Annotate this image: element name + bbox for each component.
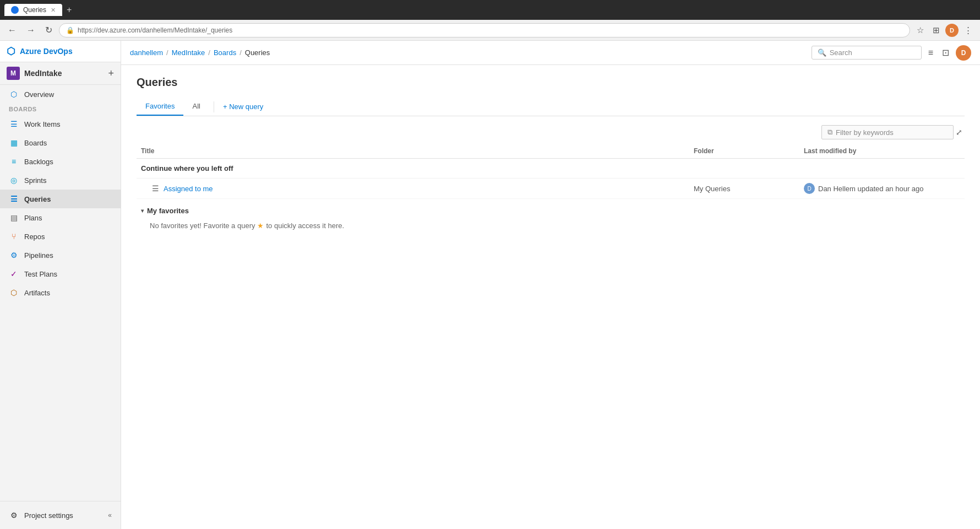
collapse-icon[interactable]: « [108, 511, 112, 519]
user-avatar[interactable]: D [956, 45, 971, 61]
breadcrumb-boards[interactable]: Boards [214, 48, 236, 57]
backlogs-icon: ≡ [9, 156, 19, 166]
sidebar-item-sprints[interactable]: ◎ Sprints [0, 171, 121, 190]
breadcrumb-danhellem[interactable]: danhellem [130, 48, 163, 57]
sidebar-item-overview[interactable]: ⬡ Overview [0, 85, 121, 104]
tab-close-btn[interactable]: ✕ [51, 7, 56, 14]
breadcrumb: danhellem / MedIntake / Boards / Queries [130, 48, 807, 57]
sidebar-label-plans: Plans [24, 214, 42, 222]
col-folder: Folder [689, 147, 799, 155]
query-name-assigned[interactable]: Assigned to me [164, 185, 213, 193]
modified-text: Dan Hellem updated an hour ago [818, 185, 924, 193]
pipelines-icon: ⚙ [9, 250, 19, 260]
query-list-icon: ☰ [152, 184, 159, 193]
topbar: danhellem / MedIntake / Boards / Queries… [121, 41, 980, 65]
search-placeholder: Search [830, 48, 852, 57]
search-box[interactable]: 🔍 Search [812, 46, 922, 60]
favorites-title: My favorites [147, 207, 189, 215]
sidebar: ⬡ Azure DevOps M MedIntake + ⬡ Overview … [0, 41, 121, 529]
continue-section-title: Continue where you left off [141, 164, 233, 172]
sidebar-item-work-items[interactable]: ☰ Work Items [0, 115, 121, 133]
address-bar[interactable]: 🔒 https://dev.azure.com/danhellem/MedInt… [59, 23, 910, 37]
sidebar-item-backlogs[interactable]: ≡ Backlogs [0, 152, 121, 171]
new-query-btn[interactable]: + New query [219, 100, 268, 113]
sidebar-item-repos[interactable]: ⑂ Repos [0, 227, 121, 246]
project-settings-item[interactable]: ⚙ Project settings « [0, 506, 121, 525]
overview-icon: ⬡ [9, 89, 19, 99]
sidebar-item-boards[interactable]: ▦ Boards [0, 133, 121, 152]
favorites-section: ▾ My favorites No favorites yet! Favorit… [137, 199, 965, 237]
sidebar-label-pipelines: Pipelines [24, 251, 53, 260]
modifier-avatar: D [804, 183, 815, 194]
expand-btn[interactable]: ⤢ [954, 125, 965, 139]
continue-section-header: Continue where you left off [137, 159, 965, 179]
sidebar-label-sprints: Sprints [24, 176, 46, 185]
forward-btn[interactable]: → [23, 23, 39, 37]
sidebar-item-queries[interactable]: ☰ Queries [0, 190, 121, 208]
topbar-actions: 🔍 Search ≡ ⊡ D [812, 45, 971, 61]
browser-user-avatar[interactable]: D [945, 24, 959, 37]
sidebar-label-backlogs: Backlogs [24, 158, 53, 166]
breadcrumb-sep-2: / [208, 48, 210, 57]
extensions-btn[interactable]: ⊞ [929, 23, 943, 37]
tab-separator [214, 101, 214, 112]
page-title: Queries [137, 76, 965, 89]
filter-input[interactable]: ⧉ Filter by keywords [821, 125, 954, 139]
sidebar-item-pipelines[interactable]: ⚙ Pipelines [0, 246, 121, 264]
query-modified-cell: D Dan Hellem updated an hour ago [799, 183, 965, 194]
favorites-toggle-icon[interactable]: ▾ [141, 208, 144, 214]
favorites-empty-text2: to quickly access it here. [266, 222, 344, 230]
breadcrumb-medintake[interactable]: MedIntake [172, 48, 205, 57]
tabs-row: Favorites All + New query [137, 98, 965, 116]
sidebar-item-test-plans[interactable]: ✓ Test Plans [0, 264, 121, 283]
table-row[interactable]: ☰ Assigned to me My Queries D Dan Hellem… [137, 179, 965, 199]
sidebar-item-artifacts[interactable]: ⬡ Artifacts [0, 283, 121, 302]
project-name: MedIntake [24, 69, 62, 78]
tab-all[interactable]: All [183, 98, 209, 116]
favorites-empty-text1: No favorites yet! Favorite a query [150, 222, 255, 230]
bookmark-btn[interactable]: ☆ [913, 23, 927, 37]
sidebar-label-test-plans: Test Plans [24, 270, 57, 278]
plans-icon: ▤ [9, 213, 19, 223]
settings-topbar-btn[interactable]: ≡ [926, 46, 935, 60]
artifacts-icon: ⬡ [9, 288, 19, 298]
tab-favorites[interactable]: Favorites [137, 98, 183, 116]
sidebar-label-work-items: Work Items [24, 120, 61, 128]
project-header: M MedIntake + [0, 62, 121, 85]
refresh-btn[interactable]: ↻ [42, 23, 56, 37]
sidebar-label-overview: Overview [24, 90, 54, 99]
project-avatar: M [7, 67, 20, 80]
queries-icon: ☰ [9, 194, 19, 204]
boards-icon: ▦ [9, 138, 19, 148]
browser-chrome: Queries ✕ + [0, 0, 980, 20]
browser-nav: ← → ↻ 🔒 https://dev.azure.com/danhellem/… [0, 20, 980, 41]
sidebar-label-boards: Boards [24, 139, 47, 147]
favorites-empty-message: No favorites yet! Favorite a query ★ to … [141, 219, 960, 232]
main-content: Queries Favorites All + New query ⧉ Filt… [121, 65, 980, 529]
sidebar-item-plans[interactable]: ▤ Plans [0, 208, 121, 227]
app-layout: ⬡ Azure DevOps M MedIntake + ⬡ Overview … [0, 41, 980, 529]
project-add-btn[interactable]: + [108, 68, 114, 79]
azure-devops-label: Azure DevOps [20, 47, 73, 56]
search-icon: 🔍 [818, 48, 826, 57]
col-title: Title [137, 147, 689, 155]
new-tab-btn[interactable]: + [67, 5, 72, 15]
col-modified: Last modified by [799, 147, 965, 155]
sidebar-label-repos: Repos [24, 233, 45, 241]
active-tab[interactable]: Queries ✕ [4, 4, 62, 16]
azure-logo-icon: ⬡ [7, 45, 15, 57]
favorites-section-header: ▾ My favorites [141, 204, 960, 219]
content-area: Queries Favorites All + New query ⧉ Filt… [121, 65, 980, 249]
sidebar-footer: ⚙ Project settings « [0, 501, 121, 529]
azure-devops-header: ⬡ Azure DevOps [0, 41, 121, 62]
browser-menu-btn[interactable]: ⋮ [961, 23, 976, 37]
settings-label: Project settings [24, 511, 73, 520]
query-title-cell: ☰ Assigned to me [137, 184, 689, 193]
back-btn[interactable]: ← [4, 23, 20, 37]
marketplace-btn[interactable]: ⊡ [940, 45, 951, 60]
table-header: Title Folder Last modified by [137, 144, 965, 159]
star-icon: ★ [257, 222, 264, 230]
work-items-icon: ☰ [9, 119, 19, 129]
filter-row: ⧉ Filter by keywords ⤢ [137, 125, 965, 139]
boards-section-header: Boards [0, 104, 121, 115]
